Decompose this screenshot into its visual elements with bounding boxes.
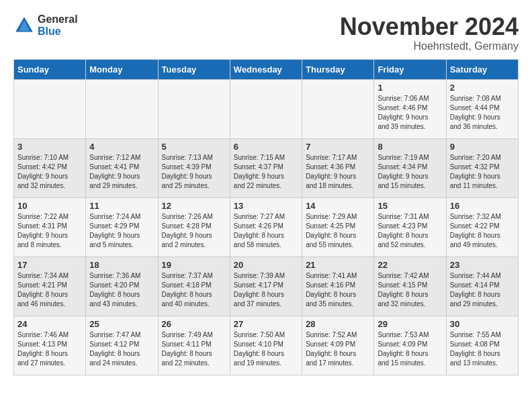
day-number-4-3: 27 (234, 319, 298, 329)
title-block: November 2024 Hoehnstedt, Germany (340, 13, 519, 52)
day-number-0-5: 1 (378, 83, 442, 93)
day-number-2-2: 12 (162, 201, 226, 211)
cell-2-1: 11Sunrise: 7:24 AM Sunset: 4:29 PM Dayli… (86, 197, 158, 257)
logo-general-text: General (38, 13, 78, 26)
cell-4-3: 27Sunrise: 7:50 AM Sunset: 4:10 PM Dayli… (230, 316, 302, 375)
col-monday: Monday (86, 59, 158, 79)
day-info-2-2: Sunrise: 7:26 AM Sunset: 4:28 PM Dayligh… (162, 212, 226, 250)
cell-1-0: 3Sunrise: 7:10 AM Sunset: 4:42 PM Daylig… (14, 138, 86, 197)
cell-1-5: 8Sunrise: 7:19 AM Sunset: 4:34 PM Daylig… (374, 138, 446, 197)
day-info-1-0: Sunrise: 7:10 AM Sunset: 4:42 PM Dayligh… (17, 153, 82, 191)
day-number-3-0: 17 (17, 260, 82, 270)
cell-2-3: 13Sunrise: 7:27 AM Sunset: 4:26 PM Dayli… (230, 197, 302, 257)
cell-0-3 (230, 79, 302, 138)
col-friday: Friday (374, 59, 446, 79)
day-info-4-2: Sunrise: 7:49 AM Sunset: 4:11 PM Dayligh… (162, 330, 226, 368)
day-number-4-4: 28 (306, 319, 370, 329)
day-number-3-6: 23 (450, 260, 515, 270)
day-number-3-3: 20 (234, 260, 298, 270)
cell-0-4 (302, 79, 374, 138)
logo-text: General Blue (38, 13, 78, 37)
day-number-2-1: 11 (89, 201, 154, 211)
day-info-3-4: Sunrise: 7:41 AM Sunset: 4:16 PM Dayligh… (306, 271, 370, 309)
day-number-2-5: 15 (378, 201, 442, 211)
day-number-1-1: 4 (89, 142, 154, 152)
day-info-4-3: Sunrise: 7:50 AM Sunset: 4:10 PM Dayligh… (234, 330, 298, 368)
week-row-4: 24Sunrise: 7:46 AM Sunset: 4:13 PM Dayli… (14, 316, 519, 375)
day-number-3-5: 22 (378, 260, 442, 270)
header-row: Sunday Monday Tuesday Wednesday Thursday… (14, 59, 519, 79)
day-info-4-1: Sunrise: 7:47 AM Sunset: 4:12 PM Dayligh… (89, 330, 154, 368)
cell-2-5: 15Sunrise: 7:31 AM Sunset: 4:23 PM Dayli… (374, 197, 446, 257)
calendar-table: Sunday Monday Tuesday Wednesday Thursday… (13, 59, 519, 375)
cell-0-1 (86, 79, 158, 138)
cell-2-4: 14Sunrise: 7:29 AM Sunset: 4:25 PM Dayli… (302, 197, 374, 257)
cell-0-5: 1Sunrise: 7:06 AM Sunset: 4:46 PM Daylig… (374, 79, 446, 138)
day-number-1-5: 8 (378, 142, 442, 152)
day-info-2-0: Sunrise: 7:22 AM Sunset: 4:31 PM Dayligh… (17, 212, 82, 250)
cell-3-3: 20Sunrise: 7:39 AM Sunset: 4:17 PM Dayli… (230, 257, 302, 316)
col-tuesday: Tuesday (158, 59, 230, 79)
cell-4-0: 24Sunrise: 7:46 AM Sunset: 4:13 PM Dayli… (14, 316, 86, 375)
cell-3-0: 17Sunrise: 7:34 AM Sunset: 4:21 PM Dayli… (14, 257, 86, 316)
cell-4-1: 25Sunrise: 7:47 AM Sunset: 4:12 PM Dayli… (86, 316, 158, 375)
col-wednesday: Wednesday (230, 59, 302, 79)
day-number-1-2: 5 (162, 142, 226, 152)
week-row-3: 17Sunrise: 7:34 AM Sunset: 4:21 PM Dayli… (14, 257, 519, 316)
cell-3-6: 23Sunrise: 7:44 AM Sunset: 4:14 PM Dayli… (446, 257, 518, 316)
cell-3-2: 19Sunrise: 7:37 AM Sunset: 4:18 PM Dayli… (158, 257, 230, 316)
cell-0-0 (14, 79, 86, 138)
cell-3-1: 18Sunrise: 7:36 AM Sunset: 4:20 PM Dayli… (86, 257, 158, 316)
cell-0-6: 2Sunrise: 7:08 AM Sunset: 4:44 PM Daylig… (446, 79, 518, 138)
day-number-1-4: 7 (306, 142, 370, 152)
day-info-2-6: Sunrise: 7:32 AM Sunset: 4:22 PM Dayligh… (450, 212, 515, 250)
day-info-3-1: Sunrise: 7:36 AM Sunset: 4:20 PM Dayligh… (89, 271, 154, 309)
day-info-2-5: Sunrise: 7:31 AM Sunset: 4:23 PM Dayligh… (378, 212, 442, 250)
day-info-2-4: Sunrise: 7:29 AM Sunset: 4:25 PM Dayligh… (306, 212, 370, 250)
day-number-3-2: 19 (162, 260, 226, 270)
day-info-1-6: Sunrise: 7:20 AM Sunset: 4:32 PM Dayligh… (450, 153, 515, 191)
day-number-1-6: 9 (450, 142, 515, 152)
day-number-2-4: 14 (306, 201, 370, 211)
day-info-4-4: Sunrise: 7:52 AM Sunset: 4:09 PM Dayligh… (306, 330, 370, 368)
day-info-4-5: Sunrise: 7:53 AM Sunset: 4:09 PM Dayligh… (378, 330, 442, 368)
day-number-1-0: 3 (17, 142, 82, 152)
day-info-3-0: Sunrise: 7:34 AM Sunset: 4:21 PM Dayligh… (17, 271, 82, 309)
day-number-3-4: 21 (306, 260, 370, 270)
day-info-3-6: Sunrise: 7:44 AM Sunset: 4:14 PM Dayligh… (450, 271, 515, 309)
day-info-3-2: Sunrise: 7:37 AM Sunset: 4:18 PM Dayligh… (162, 271, 226, 309)
page: General Blue November 2024 Hoehnstedt, G… (0, 0, 532, 382)
cell-0-2 (158, 79, 230, 138)
cell-4-2: 26Sunrise: 7:49 AM Sunset: 4:11 PM Dayli… (158, 316, 230, 375)
week-row-1: 3Sunrise: 7:10 AM Sunset: 4:42 PM Daylig… (14, 138, 519, 197)
cell-3-5: 22Sunrise: 7:42 AM Sunset: 4:15 PM Dayli… (374, 257, 446, 316)
cell-2-6: 16Sunrise: 7:32 AM Sunset: 4:22 PM Dayli… (446, 197, 518, 257)
day-number-4-5: 29 (378, 319, 442, 329)
day-number-4-2: 26 (162, 319, 226, 329)
day-number-2-6: 16 (450, 201, 515, 211)
day-number-4-0: 24 (17, 319, 82, 329)
cell-2-2: 12Sunrise: 7:26 AM Sunset: 4:28 PM Dayli… (158, 197, 230, 257)
col-saturday: Saturday (446, 59, 518, 79)
day-number-4-1: 25 (89, 319, 154, 329)
cell-1-1: 4Sunrise: 7:12 AM Sunset: 4:41 PM Daylig… (86, 138, 158, 197)
col-thursday: Thursday (302, 59, 374, 79)
col-sunday: Sunday (14, 59, 86, 79)
cell-1-2: 5Sunrise: 7:13 AM Sunset: 4:39 PM Daylig… (158, 138, 230, 197)
day-info-1-5: Sunrise: 7:19 AM Sunset: 4:34 PM Dayligh… (378, 153, 442, 191)
week-row-2: 10Sunrise: 7:22 AM Sunset: 4:31 PM Dayli… (14, 197, 519, 257)
cell-4-4: 28Sunrise: 7:52 AM Sunset: 4:09 PM Dayli… (302, 316, 374, 375)
day-info-1-1: Sunrise: 7:12 AM Sunset: 4:41 PM Dayligh… (89, 153, 154, 191)
day-info-1-4: Sunrise: 7:17 AM Sunset: 4:36 PM Dayligh… (306, 153, 370, 191)
week-row-0: 1Sunrise: 7:06 AM Sunset: 4:46 PM Daylig… (14, 79, 519, 138)
day-info-2-1: Sunrise: 7:24 AM Sunset: 4:29 PM Dayligh… (89, 212, 154, 250)
cell-1-4: 7Sunrise: 7:17 AM Sunset: 4:36 PM Daylig… (302, 138, 374, 197)
day-number-2-0: 10 (17, 201, 82, 211)
cell-4-6: 30Sunrise: 7:55 AM Sunset: 4:08 PM Dayli… (446, 316, 518, 375)
header: General Blue November 2024 Hoehnstedt, G… (13, 13, 519, 52)
day-number-2-3: 13 (234, 201, 298, 211)
day-info-3-5: Sunrise: 7:42 AM Sunset: 4:15 PM Dayligh… (378, 271, 442, 309)
cell-4-5: 29Sunrise: 7:53 AM Sunset: 4:09 PM Dayli… (374, 316, 446, 375)
cell-1-6: 9Sunrise: 7:20 AM Sunset: 4:32 PM Daylig… (446, 138, 518, 197)
day-number-3-1: 18 (89, 260, 154, 270)
